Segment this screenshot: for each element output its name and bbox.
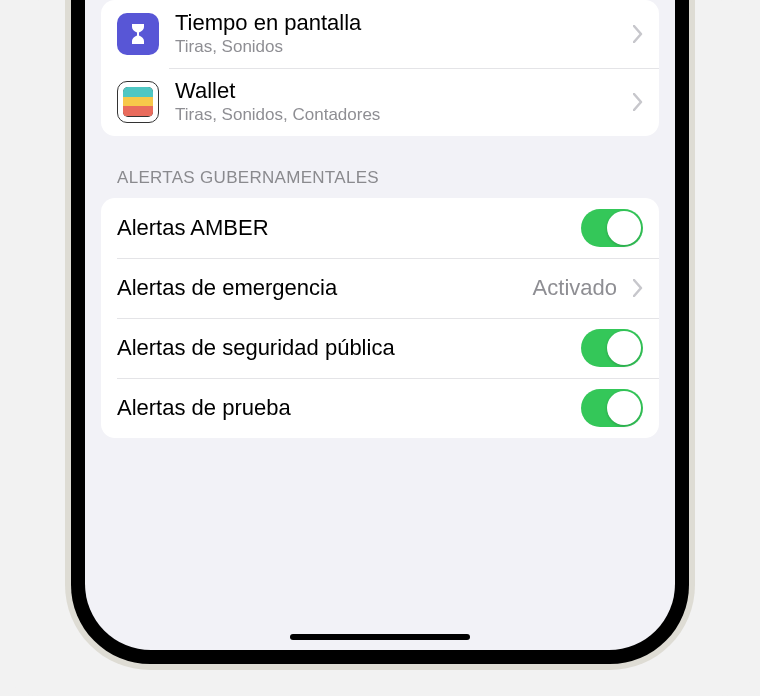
app-subtitle: Tiras, Sonidos, Contadores [175, 105, 623, 125]
settings-content: Tiempo en pantalla Tiras, Sonidos [85, 0, 675, 438]
chevron-right-icon [633, 279, 643, 297]
toggle-knob [607, 391, 641, 425]
chevron-right-icon [633, 93, 643, 111]
app-title: Tiempo en pantalla [175, 10, 623, 36]
toggle-public-safety[interactable] [581, 329, 643, 367]
app-row-wallet[interactable]: Wallet Tiras, Sonidos, Contadores [101, 68, 659, 136]
alert-label: Alertas de seguridad pública [117, 335, 581, 361]
section-header-gov-alerts: ALERTAS GUBERNAMENTALES [101, 136, 659, 198]
backdrop: Tiempo en pantalla Tiras, Sonidos [0, 0, 760, 696]
alert-row-emergency[interactable]: Alertas de emergencia Activado [101, 258, 659, 318]
alert-row-public-safety: Alertas de seguridad pública [101, 318, 659, 378]
alert-value: Activado [533, 275, 617, 301]
toggle-knob [607, 331, 641, 365]
alerts-card: Alertas AMBER Alertas de emergencia Acti… [101, 198, 659, 438]
chevron-right-icon [633, 25, 643, 43]
app-title: Wallet [175, 78, 623, 104]
app-row-text: Tiempo en pantalla Tiras, Sonidos [175, 10, 623, 58]
alert-label: Alertas de emergencia [117, 275, 533, 301]
toggle-test[interactable] [581, 389, 643, 427]
app-row-text: Wallet Tiras, Sonidos, Contadores [175, 78, 623, 126]
toggle-amber[interactable] [581, 209, 643, 247]
phone-bezel: Tiempo en pantalla Tiras, Sonidos [71, 0, 689, 664]
app-row-screentime[interactable]: Tiempo en pantalla Tiras, Sonidos [101, 0, 659, 68]
phone-screen: Tiempo en pantalla Tiras, Sonidos [85, 0, 675, 650]
apps-card: Tiempo en pantalla Tiras, Sonidos [101, 0, 659, 136]
alert-row-test: Alertas de prueba [101, 378, 659, 438]
wallet-icon [117, 81, 159, 123]
alert-label: Alertas AMBER [117, 215, 581, 241]
alert-row-amber: Alertas AMBER [101, 198, 659, 258]
hourglass-icon [117, 13, 159, 55]
app-subtitle: Tiras, Sonidos [175, 37, 623, 57]
toggle-knob [607, 211, 641, 245]
alert-label: Alertas de prueba [117, 395, 581, 421]
phone-frame: Tiempo en pantalla Tiras, Sonidos [65, 0, 695, 670]
home-indicator[interactable] [290, 634, 470, 640]
